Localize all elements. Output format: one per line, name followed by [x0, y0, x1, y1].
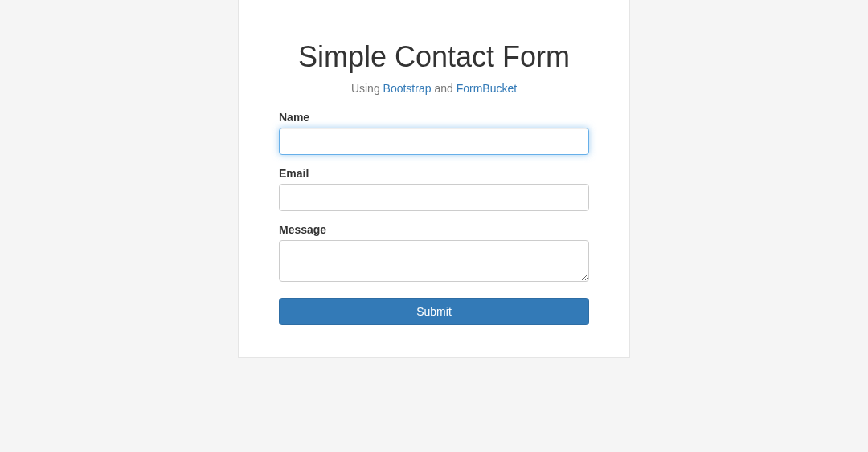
message-group: Message: [279, 223, 589, 282]
submit-button[interactable]: Submit: [279, 298, 589, 325]
email-label: Email: [279, 167, 589, 180]
form-subtitle: Using Bootstrap and FormBucket: [279, 82, 589, 95]
name-label: Name: [279, 111, 589, 124]
name-group: Name: [279, 111, 589, 155]
email-input[interactable]: [279, 184, 589, 211]
email-group: Email: [279, 167, 589, 211]
formbucket-link[interactable]: FormBucket: [457, 82, 517, 95]
bootstrap-link[interactable]: Bootstrap: [383, 82, 432, 95]
subtitle-prefix: Using: [351, 82, 383, 95]
message-label: Message: [279, 223, 589, 236]
message-input[interactable]: [279, 240, 589, 282]
name-input[interactable]: [279, 128, 589, 155]
contact-form-card: Simple Contact Form Using Bootstrap and …: [238, 0, 630, 358]
subtitle-middle: and: [432, 82, 457, 95]
form-title: Simple Contact Form: [279, 40, 589, 74]
